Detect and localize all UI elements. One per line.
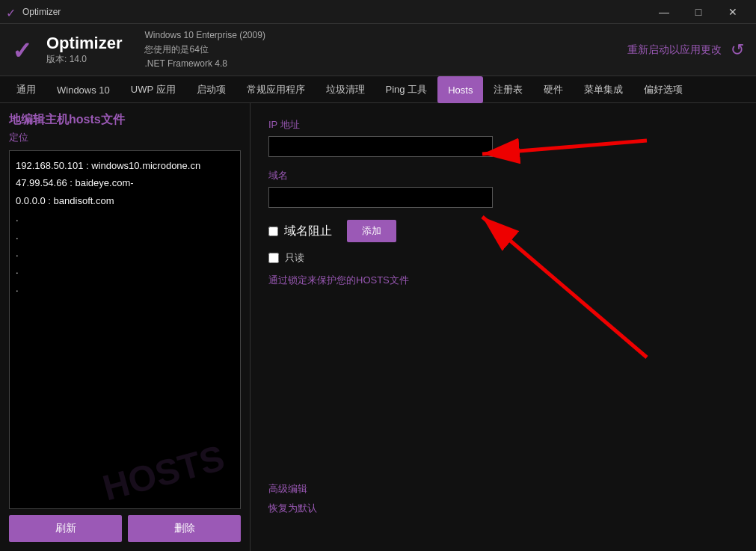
ip-input[interactable]: [268, 136, 493, 157]
nav-common[interactable]: 常规应用程序: [236, 76, 316, 103]
domain-input[interactable]: [268, 187, 493, 208]
ip-label: IP 地址: [268, 118, 738, 132]
nav-menu[interactable]: 菜单集成: [574, 76, 633, 103]
logo-text: Optimizer 版本: 14.0: [46, 34, 122, 66]
header-right: 重新启动以应用更改 ↺: [627, 40, 744, 60]
minimize-button[interactable]: —: [647, 0, 681, 24]
nav-cleanup[interactable]: 垃圾清理: [316, 76, 375, 103]
domain-label: 域名: [268, 169, 738, 182]
nav-ping[interactable]: Ping 工具: [375, 76, 438, 103]
nav-prefs[interactable]: 偏好选项: [633, 76, 693, 103]
hosts-entry-6: .: [16, 244, 234, 262]
readonly-checkbox[interactable]: [268, 253, 279, 263]
window-controls: — □ ✕: [647, 0, 750, 24]
logo-container: ✓ Optimizer 版本: 14.0: [12, 34, 122, 66]
header: ✓ Optimizer 版本: 14.0 Windows 10 Enterpri…: [0, 24, 756, 76]
delete-button[interactable]: 删除: [128, 515, 241, 542]
logo-check-icon: ✓: [12, 37, 39, 64]
protect-text: 通过锁定来保护您的HOSTS文件: [268, 274, 738, 287]
watermark: HOSTS: [98, 437, 228, 509]
block-domain-checkbox[interactable]: [268, 227, 278, 236]
panel-subtitle: 定位: [9, 131, 241, 144]
version-label: 版本: 14.0: [46, 53, 122, 66]
bottom-links: 高级编辑 恢复为默认: [268, 482, 317, 521]
hosts-list[interactable]: 192.168.50.101 : windows10.microdone.cn …: [9, 150, 241, 509]
right-panel: IP 地址 域名 域名阻止 添加 只读 通过锁定来保护您的HOSTS文件 高级编…: [251, 103, 756, 551]
restart-icon[interactable]: ↺: [731, 40, 744, 60]
app-icon: ✓: [6, 6, 18, 18]
nav-registry[interactable]: 注册表: [483, 76, 533, 103]
left-buttons: 刷新 删除: [9, 515, 241, 542]
panel-title: 地编辑主机hosts文件: [9, 112, 241, 128]
hosts-entry-2[interactable]: 0.0.0.0 : bandisoft.com: [16, 192, 234, 209]
nav-hardware[interactable]: 硬件: [533, 76, 574, 103]
restart-text[interactable]: 重新启动以应用更改: [627, 43, 722, 57]
title-bar: ✓ Optimizer — □ ✕: [0, 0, 756, 24]
add-button[interactable]: 添加: [347, 220, 396, 242]
nav-general[interactable]: 通用: [6, 76, 46, 103]
maximize-button[interactable]: □: [681, 0, 716, 24]
system-info-line2: 您使用的是64位: [144, 43, 265, 57]
app-title: Optimizer: [46, 34, 122, 53]
restore-default-link[interactable]: 恢复为默认: [268, 502, 317, 515]
readonly-row: 只读: [268, 251, 738, 265]
hosts-entry-1[interactable]: 47.99.54.66 : baideye.com-: [16, 174, 234, 191]
hosts-entry-7: .: [16, 262, 234, 279]
nav-startup[interactable]: 启动项: [186, 76, 236, 103]
hosts-entry-5: .: [16, 227, 234, 244]
hosts-entry-8: .: [16, 280, 234, 297]
system-info: Windows 10 Enterprise (2009) 您使用的是64位 .N…: [144, 28, 265, 72]
title-bar-text: Optimizer: [22, 7, 647, 17]
block-domain-row: 域名阻止 添加: [268, 220, 738, 242]
system-info-line3: .NET Framework 4.8: [144, 57, 265, 71]
ip-form-group: IP 地址: [268, 118, 738, 157]
nav-uwp[interactable]: UWP 应用: [120, 76, 186, 103]
nav-windows10[interactable]: Windows 10: [46, 76, 120, 103]
domain-form-group: 域名: [268, 169, 738, 208]
refresh-button[interactable]: 刷新: [9, 515, 122, 542]
nav-bar: 通用 Windows 10 UWP 应用 启动项 常规应用程序 垃圾清理 Pin…: [0, 76, 756, 103]
system-info-line1: Windows 10 Enterprise (2009): [144, 28, 265, 43]
nav-hosts[interactable]: Hosts: [437, 76, 483, 103]
left-panel: 地编辑主机hosts文件 定位 192.168.50.101 : windows…: [0, 103, 251, 551]
close-button[interactable]: ✕: [716, 0, 750, 24]
readonly-label: 只读: [285, 251, 304, 265]
hosts-entry-0[interactable]: 192.168.50.101 : windows10.microdone.cn: [16, 157, 234, 174]
hosts-entry-4: .: [16, 209, 234, 227]
content: 地编辑主机hosts文件 定位 192.168.50.101 : windows…: [0, 103, 756, 551]
advanced-edit-link[interactable]: 高级编辑: [268, 482, 317, 496]
block-domain-label: 域名阻止: [284, 224, 332, 239]
